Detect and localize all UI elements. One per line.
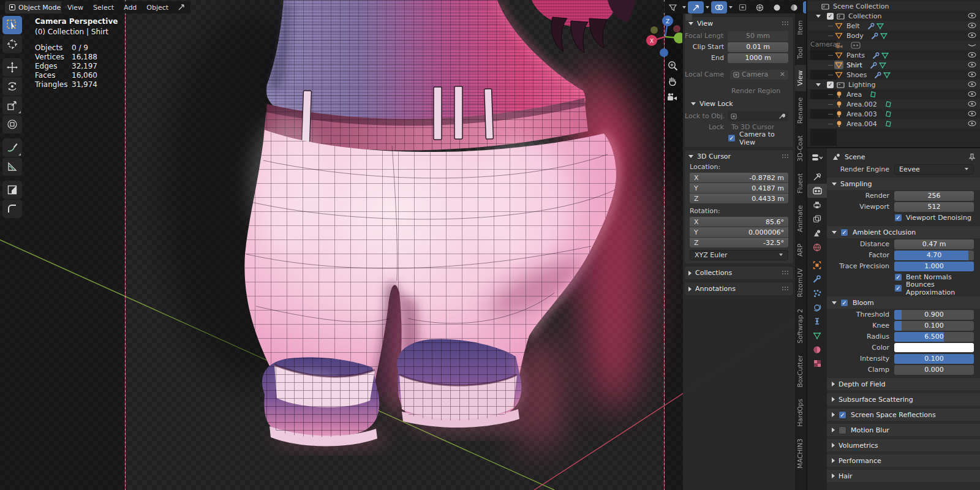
shading-material-icon[interactable] — [786, 1, 802, 13]
tool-corner[interactable] — [2, 200, 22, 218]
bloom-panel-header[interactable]: ✓ Bloom — [827, 296, 980, 309]
zoom-tool-icon[interactable] — [666, 59, 679, 72]
tab-viewlayer-properties[interactable] — [807, 212, 827, 226]
eye-open-icon[interactable] — [968, 71, 976, 79]
tab-view[interactable]: View — [795, 65, 806, 91]
cursor-location-x[interactable]: X-0.8782 m — [690, 173, 788, 183]
view-panel-header[interactable]: View — [685, 17, 793, 30]
bloom-color-swatch[interactable] — [894, 343, 974, 352]
collection-checkbox[interactable]: ✓ — [827, 81, 834, 88]
eyedropper-icon[interactable] — [778, 113, 785, 119]
object-visibility-icon[interactable] — [665, 1, 680, 13]
tab-world-properties[interactable] — [807, 240, 827, 254]
bloom-intensity-slider[interactable]: 0.100 — [894, 354, 974, 364]
tab-scene-properties[interactable] — [807, 226, 827, 240]
eye-open-icon[interactable] — [968, 120, 976, 128]
outliner-row-area[interactable]: Area — [807, 89, 980, 99]
outliner-row-lighting[interactable]: ✓ Lighting — [807, 80, 980, 89]
drag-dots-icon[interactable] — [782, 154, 790, 159]
drag-dots-icon[interactable] — [782, 286, 790, 292]
clip-start-field[interactable]: 0.01 m — [728, 42, 788, 52]
tab-texture-properties[interactable] — [807, 356, 827, 371]
subsurface-scattering-panel-header[interactable]: Subsurface Scattering — [827, 393, 980, 405]
viewport-3d[interactable]: Object Mode View Select Add Object — [0, 0, 806, 490]
editor-type-dropdown[interactable] — [807, 151, 827, 165]
ambient-occlusion-panel-header[interactable]: ✓ Ambient Occlusion — [827, 225, 980, 238]
tool-select-box[interactable] — [2, 16, 22, 34]
eye-open-icon[interactable] — [968, 61, 976, 69]
collapse-icon[interactable] — [816, 15, 821, 18]
outliner-row-belt[interactable]: Belt — [807, 21, 980, 31]
tab-output-properties[interactable] — [807, 198, 827, 212]
sampling-panel-header[interactable]: Sampling — [827, 177, 980, 190]
lock-to-object-field[interactable] — [728, 111, 788, 121]
collapse-icon[interactable] — [816, 83, 821, 86]
axis-neg-x-ball[interactable] — [673, 25, 680, 32]
navigation-gizmo[interactable]: Z X — [642, 12, 682, 63]
outliner-row-area-004[interactable]: Area.004 — [807, 119, 980, 129]
depth-of-field-panel-header[interactable]: Depth of Field — [827, 377, 980, 390]
xray-toggle-icon[interactable] — [734, 1, 750, 13]
sampling-render-field[interactable]: 256 — [894, 191, 974, 201]
outliner-row-collection[interactable]: ✓ Collection — [807, 11, 980, 21]
eye-open-icon[interactable] — [968, 91, 976, 99]
tab-fluent[interactable]: Fluent — [795, 168, 806, 199]
view-lock-subpanel-header[interactable]: View Lock — [686, 97, 792, 110]
camera-view-icon[interactable] — [666, 91, 679, 104]
tab-object-properties[interactable] — [807, 258, 827, 272]
hair-panel-header[interactable]: Hair — [827, 469, 980, 482]
ao-trace-precision-slider[interactable]: 1.000 — [894, 262, 974, 271]
performance-panel-header[interactable]: Performance — [827, 454, 980, 467]
tab-rizomuv[interactable]: RizomUV — [795, 263, 806, 303]
tab-boxcutter[interactable]: BoxCutter — [795, 350, 806, 393]
tab-3d-coat[interactable]: 3D-Coat — [795, 130, 806, 167]
ao-factor-slider[interactable]: 4.70 — [894, 251, 974, 260]
shading-wireframe-icon[interactable] — [752, 1, 767, 13]
cursor-location-z[interactable]: Z0.4433 m — [690, 194, 788, 203]
tool-move[interactable] — [2, 58, 22, 77]
tab-render-properties[interactable] — [807, 184, 827, 198]
tab-tool[interactable]: Tool — [795, 41, 806, 64]
lock-3d-cursor-checkbox[interactable] — [685, 13, 693, 21]
collection-checkbox[interactable]: ✓ — [827, 13, 834, 20]
eye-open-icon[interactable] — [968, 12, 976, 20]
eye-open-icon[interactable] — [968, 100, 976, 108]
camera-object-chip[interactable]: Camera ✕ — [730, 70, 788, 80]
ao-distance-field[interactable]: 0.47 m — [894, 239, 974, 249]
bounces-approx-checkbox[interactable]: ✓ — [894, 284, 902, 292]
tool-transform[interactable] — [2, 115, 22, 134]
cursor-rotation-x[interactable]: X85.6° — [690, 217, 788, 227]
gizmo-toggle-icon[interactable] — [688, 1, 704, 13]
tab-softwrap[interactable]: Softwrap 2 — [795, 303, 806, 349]
eye-closed-icon[interactable] — [968, 42, 976, 50]
bent-normals-checkbox[interactable]: ✓ — [894, 273, 902, 281]
tab-tool-properties[interactable] — [807, 170, 827, 184]
bloom-radius-slider[interactable]: 6.500 — [894, 332, 974, 342]
bloom-clamp-slider[interactable]: 0.000 — [894, 365, 974, 375]
outliner-row-body[interactable]: Body — [807, 31, 980, 40]
outliner-row-area-003[interactable]: Area.003 — [807, 109, 980, 119]
chevron-down-icon[interactable] — [682, 6, 687, 9]
tab-machin3[interactable]: MACHIN3 — [795, 433, 806, 474]
menu-view[interactable]: View — [62, 4, 88, 12]
menu-select[interactable]: Select — [88, 4, 119, 12]
eye-open-icon[interactable] — [968, 81, 976, 89]
tab-material-properties[interactable] — [807, 342, 827, 356]
tab-physics-properties[interactable] — [807, 300, 827, 314]
tab-constraint-properties[interactable] — [807, 314, 827, 328]
camera-to-view-checkbox[interactable]: ✓ — [728, 134, 736, 142]
tab-modifier-properties[interactable] — [807, 272, 827, 286]
outliner-row-shirt[interactable]: Shirt — [807, 60, 980, 70]
cursor-rotation-y[interactable]: Y0.000006° — [690, 227, 788, 237]
ssr-checkbox[interactable]: ✓ — [839, 411, 846, 419]
outliner-row-camera[interactable]: Camera — [807, 40, 980, 50]
chevron-down-icon[interactable] — [705, 6, 710, 9]
eye-open-icon[interactable] — [968, 110, 976, 118]
cursor-rotation-z[interactable]: Z-32.5° — [690, 238, 788, 247]
outliner-row-shoes[interactable]: Shoes — [807, 70, 980, 80]
axis-neg-y-ball[interactable] — [650, 26, 658, 34]
tab-rename[interactable]: Rename — [795, 92, 806, 129]
annotations-panel-header[interactable]: Annotations — [685, 282, 793, 295]
tab-particle-properties[interactable] — [807, 286, 827, 300]
eye-open-icon[interactable] — [968, 51, 976, 59]
